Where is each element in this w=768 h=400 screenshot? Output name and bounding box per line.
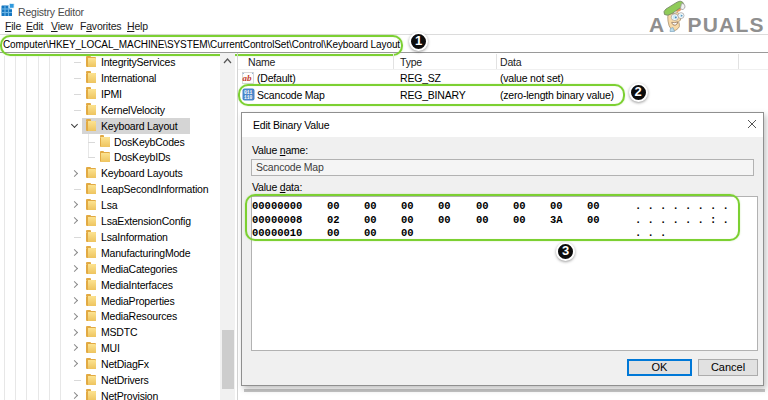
- svg-text:ab: ab: [243, 73, 253, 83]
